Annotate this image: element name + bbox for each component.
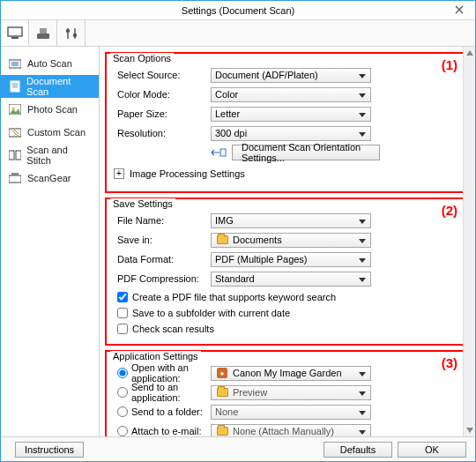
sidebar-item-label: ScanGear <box>27 173 71 183</box>
sidebar-item-document-scan[interactable]: Document Scan <box>1 75 99 98</box>
check-scan-results-label: Check scan results <box>132 324 214 334</box>
image-processing-label: Image Processing Settings <box>130 168 245 179</box>
settings-window: Settings (Document Scan) Auto Scan Docum… <box>0 0 476 462</box>
content-panel: Scan Options (1) Select Source: Document… <box>100 47 475 436</box>
app-icon: ● <box>215 368 229 379</box>
save-settings-section: Save Settings (2) File Name: IMG Save in… <box>105 197 468 346</box>
select-source-dropdown[interactable]: Document (ADF/Platen) <box>211 68 371 83</box>
vertical-scrollbar[interactable] <box>463 47 475 436</box>
save-subfolder-checkbox[interactable] <box>117 308 128 318</box>
footer: Instructions Defaults OK <box>1 436 475 461</box>
tab-general-settings[interactable] <box>57 20 86 46</box>
paper-size-label: Paper Size: <box>114 108 211 119</box>
file-name-field[interactable]: IMG <box>211 213 371 228</box>
sidebar-item-label: Scan and Stitch <box>26 145 92 166</box>
application-settings-section: Application Settings (3) Open with an ap… <box>105 350 468 436</box>
scroll-down-icon[interactable] <box>464 424 475 436</box>
photo-scan-icon <box>8 102 22 116</box>
scan-and-stitch-icon <box>8 148 21 162</box>
section-3-marker: (3) <box>442 355 457 370</box>
send-to-app-dropdown[interactable]: Preview <box>211 385 371 400</box>
svg-rect-19 <box>9 175 21 183</box>
attach-email-dropdown[interactable]: None (Attach Manually) <box>211 424 371 437</box>
sidebar-item-label: Photo Scan <box>27 104 78 115</box>
sidebar-item-scan-and-stitch[interactable]: Scan and Stitch <box>1 144 99 167</box>
svg-rect-9 <box>11 62 19 66</box>
close-button[interactable] <box>447 3 472 17</box>
sidebar-item-auto-scan[interactable]: Auto Scan <box>1 52 99 75</box>
open-with-app-dropdown[interactable]: ●Canon My Image Garden <box>211 366 371 381</box>
scan-options-section: Scan Options (1) Select Source: Document… <box>105 52 468 193</box>
save-in-dropdown[interactable]: Documents <box>211 233 371 248</box>
file-name-label: File Name: <box>114 215 211 226</box>
auto-scan-icon <box>8 56 22 71</box>
save-in-label: Save in: <box>114 235 211 245</box>
document-scan-icon <box>8 79 21 93</box>
ok-button[interactable]: OK <box>398 442 466 458</box>
color-mode-dropdown[interactable]: Color <box>211 87 371 102</box>
send-to-folder-radio[interactable] <box>117 406 128 417</box>
data-format-dropdown[interactable]: PDF (Multiple Pages) <box>211 252 371 267</box>
sidebar-item-photo-scan[interactable]: Photo Scan <box>1 98 99 121</box>
resolution-label: Resolution: <box>114 128 211 138</box>
check-scan-results-checkbox[interactable] <box>117 324 128 334</box>
folder-icon <box>215 235 229 246</box>
create-pdf-keyword-label: Create a PDF file that supports keyword … <box>132 292 336 302</box>
send-to-app-radio[interactable] <box>117 387 128 398</box>
settings-link-icon[interactable] <box>211 146 227 159</box>
data-format-label: Data Format: <box>114 254 211 265</box>
scangear-icon <box>8 171 22 185</box>
top-tab-strip <box>1 20 475 47</box>
defaults-button[interactable]: Defaults <box>324 442 392 458</box>
sidebar-item-label: Document Scan <box>26 76 92 97</box>
resolution-dropdown[interactable]: 300 dpi <box>211 126 371 141</box>
folder-icon <box>215 426 229 437</box>
save-subfolder-label: Save to a subfolder with current date <box>132 308 290 318</box>
titlebar: Settings (Document Scan) <box>1 1 475 20</box>
pdf-compression-dropdown[interactable]: Standard <box>211 272 371 287</box>
window-title: Settings (Document Scan) <box>182 5 294 16</box>
custom-scan-icon <box>8 125 22 139</box>
svg-rect-18 <box>16 151 21 160</box>
svg-rect-2 <box>37 34 49 39</box>
sidebar: Auto Scan Document Scan Photo Scan Custo… <box>1 47 100 436</box>
scan-options-legend: Scan Options <box>110 53 174 63</box>
send-to-folder-dropdown[interactable]: None <box>211 405 371 420</box>
svg-rect-21 <box>220 149 226 156</box>
save-settings-legend: Save Settings <box>110 198 175 209</box>
attach-email-label: Attach to e-mail: <box>131 426 201 436</box>
svg-rect-10 <box>11 81 19 92</box>
sidebar-item-custom-scan[interactable]: Custom Scan <box>1 121 99 144</box>
sidebar-item-scangear[interactable]: ScanGear <box>1 167 99 190</box>
orientation-settings-button[interactable]: Document Scan Orientation Settings... <box>232 145 380 160</box>
create-pdf-keyword-checkbox[interactable] <box>117 292 128 302</box>
application-settings-legend: Application Settings <box>110 351 201 361</box>
scroll-up-icon[interactable] <box>464 47 475 59</box>
expand-image-processing[interactable]: + <box>114 168 124 179</box>
tab-scan-from-printer[interactable] <box>29 20 57 46</box>
color-mode-label: Color Mode: <box>114 89 211 100</box>
select-source-label: Select Source: <box>114 70 211 80</box>
attach-email-radio[interactable] <box>117 426 128 436</box>
svg-point-7 <box>72 33 76 36</box>
tab-scan-from-computer[interactable] <box>1 20 29 46</box>
sidebar-item-label: Auto Scan <box>27 58 72 69</box>
svg-rect-17 <box>9 151 14 160</box>
section-2-marker: (2) <box>442 203 457 218</box>
svg-point-5 <box>65 28 69 32</box>
svg-rect-20 <box>11 173 19 175</box>
instructions-button[interactable]: Instructions <box>15 442 84 458</box>
section-1-marker: (1) <box>442 57 457 72</box>
svg-rect-0 <box>8 27 22 36</box>
open-with-app-radio[interactable] <box>117 368 128 378</box>
svg-rect-1 <box>11 37 19 39</box>
folder-icon <box>215 387 229 399</box>
paper-size-dropdown[interactable]: Letter <box>211 107 371 122</box>
send-to-folder-label: Send to a folder: <box>131 406 203 417</box>
svg-rect-3 <box>40 28 47 34</box>
sidebar-item-label: Custom Scan <box>27 127 86 138</box>
pdf-compression-label: PDF Compression: <box>114 273 211 284</box>
